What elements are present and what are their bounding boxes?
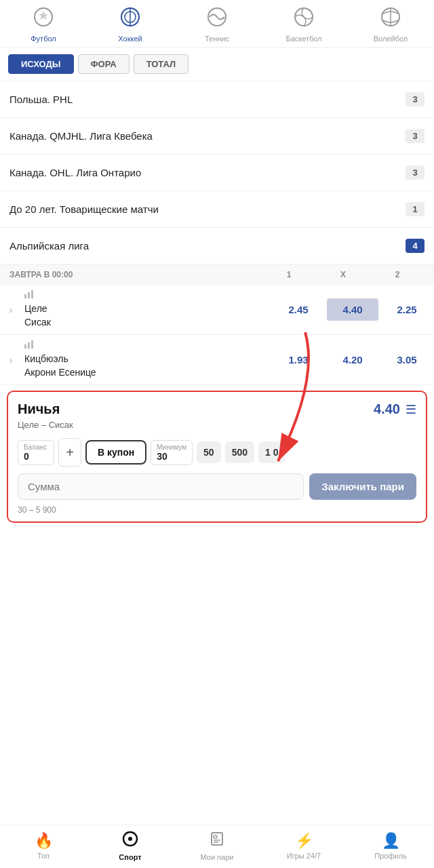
- odds-2[interactable]: 3.05: [380, 349, 434, 371]
- profile-icon: 👤: [382, 832, 400, 850]
- bottom-nav-label-top: Топ: [37, 852, 50, 860]
- chevron-icon[interactable]: ›: [0, 355, 22, 366]
- mybets-icon: [209, 831, 225, 851]
- bottom-nav-label-mybets: Мои пари: [201, 853, 234, 861]
- team2-name: Акрони Есенице: [24, 366, 269, 380]
- bet-slip-menu-icon[interactable]: ☰: [406, 402, 416, 417]
- odds-2[interactable]: 2.25: [380, 298, 434, 321]
- svg-rect-14: [31, 340, 33, 349]
- bottom-nav-label-sport: Спорт: [119, 853, 141, 861]
- add-to-coupon-button[interactable]: В купон: [85, 440, 146, 465]
- league-row[interactable]: До 20 лет. Товарищеские матчи 1: [0, 191, 434, 228]
- nav-item-basketball[interactable]: Баскетбол: [260, 7, 347, 43]
- league-count: 3: [406, 129, 425, 143]
- odds-1[interactable]: 1.93: [271, 349, 326, 371]
- fire-icon: 🔥: [35, 832, 53, 850]
- league-row[interactable]: Польша. PHL 3: [0, 81, 434, 118]
- tennis-icon: [207, 7, 227, 32]
- nav-label-hockey: Хоккей: [118, 35, 142, 43]
- games-icon: ⚡: [295, 832, 313, 850]
- bottom-nav-label-profile: Профиль: [374, 852, 407, 860]
- league-name: Альпийская лига: [9, 240, 89, 252]
- match-section: ЗАВТРА В 00:00 1 X 2 › Целе Сисак 2.45 4…: [0, 264, 434, 385]
- svg-rect-12: [24, 344, 26, 349]
- filter-total[interactable]: ТОТАЛ: [134, 54, 189, 74]
- balance-box: Баланс 0: [18, 440, 54, 465]
- top-navigation: Футбол Хоккей Теннис Баске: [0, 0, 434, 47]
- basketball-icon: [294, 7, 314, 32]
- sport-icon: [122, 831, 138, 851]
- filter-handicap[interactable]: ФОРА: [78, 54, 130, 74]
- chevron-icon[interactable]: ›: [0, 304, 22, 315]
- match-teams: Целе Сисак: [22, 285, 271, 334]
- match-row-2: › Кицбюэль Акрони Есенице 1.93 4.20 3.05: [0, 335, 434, 385]
- amount-chip-500[interactable]: 500: [225, 441, 254, 463]
- svg-rect-11: [31, 290, 33, 298]
- svg-point-17: [128, 837, 132, 841]
- bottom-nav-mybets[interactable]: Мои пари: [174, 831, 260, 861]
- bottom-nav-profile[interactable]: 👤 Профиль: [347, 832, 434, 860]
- nav-item-hockey[interactable]: Хоккей: [87, 7, 174, 43]
- league-name: Канада. QMJHL. Лига Квебека: [9, 130, 153, 142]
- filter-tabs: ИСХОДЫ ФОРА ТОТАЛ: [0, 47, 434, 81]
- bet-controls: Баланс 0 + В купон Минимум 30 50 500 1 0: [18, 438, 416, 467]
- stats-icon: [24, 290, 269, 300]
- min-label: Минимум: [157, 443, 186, 451]
- league-count: 3: [406, 165, 425, 180]
- odds-header-x: X: [316, 270, 370, 279]
- nav-item-tennis[interactable]: Теннис: [174, 7, 260, 43]
- match-time-label: ЗАВТРА В 00:00: [9, 270, 262, 279]
- confirm-bet-button[interactable]: Заключить пари: [309, 473, 416, 500]
- odds-x-highlighted[interactable]: 4.40: [327, 298, 378, 321]
- league-count-active: 4: [406, 239, 425, 253]
- match-row-inner: › Целе Сисак 2.45 4.40 2.25: [0, 285, 434, 334]
- hockey-icon: [120, 7, 140, 32]
- league-row[interactable]: Канада. OHL. Лига Онтарио 3: [0, 155, 434, 191]
- svg-rect-13: [28, 342, 30, 349]
- balance-label: Баланс: [24, 443, 47, 451]
- nav-label-football: Футбол: [31, 35, 56, 43]
- bet-slip-panel: Ничья 4.40 ☰ Целе – Сисак Баланс 0 + В к…: [7, 391, 427, 523]
- balance-value: 0: [24, 451, 29, 462]
- nav-label-volleyball: Волейбол: [374, 35, 408, 43]
- league-name: До 20 лет. Товарищеские матчи: [9, 203, 159, 215]
- nav-item-volleyball[interactable]: Волейбол: [347, 7, 434, 43]
- bottom-nav-sport[interactable]: Спорт: [87, 831, 174, 861]
- league-name: Канада. OHL. Лига Онтарио: [9, 167, 141, 178]
- odds-header-1: 1: [262, 270, 316, 279]
- football-icon: [33, 7, 54, 32]
- svg-rect-18: [212, 833, 222, 845]
- team1-name: Целе: [24, 302, 269, 316]
- bet-slip-match: Целе – Сисак: [18, 420, 416, 430]
- bet-input-row: Заключить пари: [18, 473, 416, 500]
- svg-rect-10: [28, 292, 30, 298]
- add-balance-button[interactable]: +: [58, 438, 81, 467]
- nav-label-tennis: Теннис: [205, 35, 229, 43]
- min-value: 30: [157, 451, 167, 462]
- bet-slip-odds: 4.40: [374, 401, 400, 417]
- match-header: ЗАВТРА В 00:00 1 X 2: [0, 264, 434, 285]
- match-teams: Кицбюэль Акрони Есенице: [22, 335, 271, 384]
- nav-label-basketball: Баскетбол: [285, 35, 321, 43]
- team2-name: Сисак: [24, 316, 269, 330]
- volleyball-icon: [380, 7, 401, 32]
- league-row[interactable]: Канада. QMJHL. Лига Квебека 3: [0, 118, 434, 155]
- odds-1[interactable]: 2.45: [271, 298, 326, 321]
- bottom-nav-label-games: Игры 24/7: [287, 852, 321, 860]
- bet-slip-title-row: Ничья 4.40 ☰: [18, 401, 416, 417]
- filter-outcomes[interactable]: ИСХОДЫ: [8, 54, 74, 74]
- amount-chip-50[interactable]: 50: [197, 441, 221, 463]
- bet-sum-input[interactable]: [18, 473, 304, 500]
- match-row-inner: › Кицбюэль Акрони Есенице 1.93 4.20 3.05: [0, 335, 434, 384]
- svg-marker-1: [39, 11, 48, 20]
- bottom-nav-games[interactable]: ⚡ Игры 24/7: [260, 832, 347, 860]
- odds-x[interactable]: 4.20: [326, 349, 380, 371]
- nav-item-football[interactable]: Футбол: [0, 7, 87, 43]
- amount-chip-1000[interactable]: 1 0: [258, 441, 285, 463]
- league-count: 3: [406, 92, 425, 106]
- bottom-nav-top[interactable]: 🔥 Топ: [0, 832, 87, 860]
- bet-range: 30 – 5 900: [18, 505, 416, 515]
- odds-header-2: 2: [370, 270, 425, 279]
- league-row-alpine[interactable]: Альпийская лига 4: [0, 228, 434, 264]
- minimum-box: Минимум 30: [151, 440, 193, 465]
